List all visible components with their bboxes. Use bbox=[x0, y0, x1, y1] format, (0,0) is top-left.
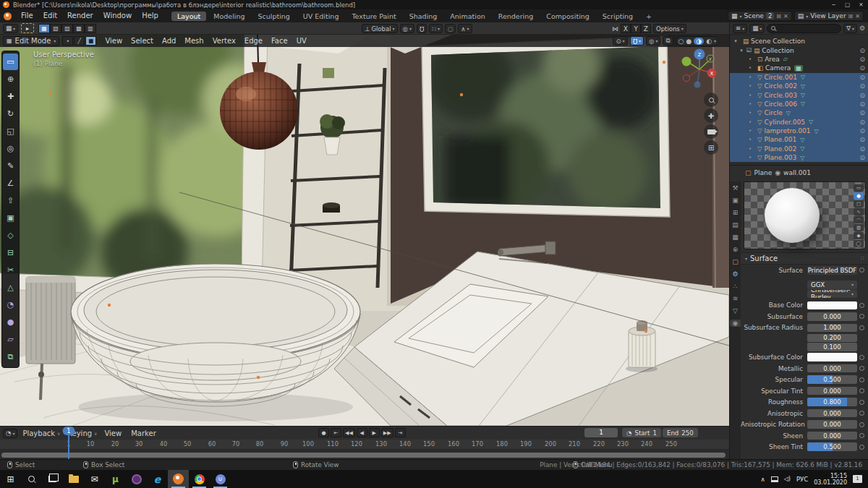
timeline-editor-type-button[interactable]: ◔▾ bbox=[3, 429, 17, 438]
hide-eye-icon[interactable]: ⊙ bbox=[859, 47, 865, 54]
preview-flat-button[interactable]: ▭ bbox=[854, 184, 864, 192]
minimize-button[interactable]: ─ bbox=[827, 1, 841, 8]
preview-hair-button[interactable]: ∿ bbox=[854, 208, 864, 215]
frame-end-field[interactable]: End250 bbox=[663, 428, 698, 437]
tab-texture-paint[interactable]: Texture Paint bbox=[346, 12, 401, 21]
viewport-menu-item[interactable]: Add bbox=[158, 37, 180, 45]
task-view-button[interactable] bbox=[42, 470, 63, 488]
options-dropdown[interactable]: Options▾ bbox=[653, 24, 686, 33]
properties-tab-world[interactable]: ⊕ bbox=[730, 246, 741, 253]
tool-inset-faces[interactable]: ▣ bbox=[3, 210, 18, 226]
current-frame-field[interactable]: 1 bbox=[584, 428, 618, 437]
disclosure-icon[interactable]: • bbox=[747, 110, 753, 116]
zoom-button[interactable] bbox=[704, 93, 718, 107]
tab-compositing[interactable]: Compositing bbox=[540, 12, 595, 21]
viewport-menu-item[interactable]: Select bbox=[127, 37, 158, 45]
outliner-row-plane-001[interactable]: • ▽ Plane.001 ▽ ⊙ bbox=[730, 135, 868, 144]
tool-spin[interactable]: ◔ bbox=[3, 296, 18, 313]
breadcrumb-object[interactable]: Plane bbox=[754, 169, 773, 176]
object-visibility-dropdown[interactable]: ⊙▾ bbox=[613, 36, 627, 46]
select-invert-button[interactable]: ▩ bbox=[73, 24, 85, 33]
properties-tab-tool[interactable]: ⚒ bbox=[730, 184, 741, 192]
edge-select-button[interactable]: ╱ bbox=[74, 36, 85, 46]
properties-tab-scene[interactable]: ▦ bbox=[730, 234, 741, 241]
blender-taskbar-button[interactable] bbox=[168, 470, 189, 488]
outliner-row-area[interactable]: • ⊡ Area ▱ ⊙ bbox=[730, 55, 868, 64]
shader-select-button[interactable]: Principled BSDF bbox=[807, 266, 857, 275]
anisotropic-rotation-slider[interactable]: 0.000 bbox=[807, 420, 857, 429]
tool-cursor[interactable]: ⊕ bbox=[3, 71, 18, 87]
clock[interactable]: 15:15 03.01.2020 bbox=[814, 473, 847, 486]
outliner-search-input[interactable] bbox=[767, 24, 841, 33]
properties-tab-particles[interactable]: ∴ bbox=[730, 283, 741, 290]
outliner-row-cylinder-005[interactable]: • ▽ Cylinder.005 ▽ ⊙ bbox=[730, 118, 868, 127]
hide-eye-icon[interactable]: ⊙ bbox=[859, 82, 865, 90]
outliner-row-lampretro-001[interactable]: • ▽ lampretro.001 ▽ ⊙ bbox=[730, 127, 868, 135]
tool-knife[interactable]: ✂ bbox=[3, 262, 18, 278]
viewport-proportional-dropdown[interactable]: ◎▾ bbox=[646, 36, 660, 46]
search-button[interactable] bbox=[21, 470, 42, 488]
navigation-gizmo[interactable]: Z X Y bbox=[678, 48, 720, 90]
play-button[interactable]: ▶ bbox=[369, 428, 380, 437]
disclosure-icon[interactable]: ▾ bbox=[733, 38, 739, 44]
keyframe-dot[interactable] bbox=[857, 366, 866, 371]
properties-tab-modifiers[interactable]: ⚙ bbox=[730, 270, 741, 278]
hide-eye-icon[interactable]: ⊙ bbox=[859, 145, 865, 153]
timeline-menu-marker[interactable]: Marker bbox=[127, 429, 162, 437]
viewport-menu-item[interactable]: Edge bbox=[240, 37, 267, 45]
tab-modeling[interactable]: Modeling bbox=[208, 12, 250, 21]
disclosure-icon[interactable]: • bbox=[747, 74, 753, 80]
preview-fluid-button[interactable]: ◆ bbox=[854, 232, 864, 239]
editor-type-selector[interactable]: ▦▾ bbox=[3, 24, 18, 33]
utorrent-button[interactable]: µ bbox=[105, 470, 126, 488]
snap-toggle[interactable]: Ω bbox=[417, 24, 427, 33]
hide-eye-icon[interactable]: ⊙ bbox=[859, 64, 865, 72]
viewport-canvas[interactable] bbox=[0, 35, 729, 426]
jump-to-end-button[interactable]: ⇥ bbox=[395, 428, 406, 437]
transform-orientation-dropdown[interactable]: ⊥Global▾ bbox=[362, 24, 398, 33]
tool-shear[interactable]: ▱ bbox=[3, 331, 18, 348]
outliner-row-plane-002[interactable]: • ▽ Plane.002 ▽ ⊙ bbox=[730, 145, 868, 153]
hide-eye-icon[interactable]: ⊙ bbox=[859, 154, 865, 161]
subsurface-radius-z-field[interactable]: 0.100 bbox=[807, 343, 857, 351]
tool-poly-build[interactable]: △ bbox=[3, 279, 18, 296]
hide-eye-icon[interactable]: ⊙ bbox=[859, 127, 865, 134]
mirror-y-toggle[interactable]: Y bbox=[631, 24, 641, 33]
prev-keyframe-button[interactable]: ◀◀ bbox=[343, 428, 355, 437]
auto-keying-button[interactable]: ● bbox=[318, 428, 329, 437]
disclosure-icon[interactable]: • bbox=[747, 155, 753, 160]
play-reverse-button[interactable]: ◀ bbox=[357, 428, 367, 437]
overlays-toggle[interactable]: ⧉ bbox=[663, 36, 673, 46]
proportional-falloff-dropdown[interactable]: ∧▾ bbox=[458, 24, 472, 33]
face-select-button[interactable]: ■ bbox=[85, 36, 96, 46]
playhead[interactable]: 1 bbox=[63, 427, 75, 435]
menu-item[interactable]: Window bbox=[98, 9, 137, 22]
gizmo-x-neg-axis[interactable] bbox=[684, 75, 690, 82]
hide-eye-icon[interactable]: ⊙ bbox=[859, 136, 865, 143]
sheen-tint-slider[interactable]: 0.500 bbox=[807, 442, 857, 451]
pivot-point-dropdown[interactable]: ◎▾ bbox=[400, 24, 414, 33]
wireframe-shading-button[interactable]: ○ bbox=[678, 38, 684, 45]
preview-cube-button[interactable]: ▢ bbox=[854, 200, 864, 207]
collection-checkbox[interactable]: ☑ bbox=[746, 47, 752, 53]
tool-annotate[interactable]: ✎ bbox=[3, 158, 18, 174]
keyframe-dot[interactable] bbox=[857, 303, 866, 308]
keyframe-dot[interactable] bbox=[857, 400, 866, 405]
camera-view-button[interactable] bbox=[704, 124, 718, 139]
timeline-ruler[interactable]: 1102030405060708090100110120130140150160… bbox=[0, 440, 729, 450]
keyframe-dot[interactable] bbox=[857, 445, 866, 450]
specular-slider[interactable]: 0.500 bbox=[807, 375, 857, 384]
unlink-scene-button[interactable]: ✕ bbox=[783, 13, 788, 20]
keyframe-dot[interactable] bbox=[857, 433, 866, 438]
subsurface-slider[interactable]: 0.000 bbox=[807, 312, 857, 321]
tool-transform[interactable]: ◎ bbox=[3, 140, 18, 157]
proportional-editing-toggle[interactable]: ◌ bbox=[445, 24, 456, 33]
disclosure-icon[interactable]: • bbox=[747, 119, 753, 125]
outliner-row-circle-001[interactable]: • ▽ Circle.001 ▽ ⊙ bbox=[730, 73, 868, 82]
discord-button[interactable]: ∪ bbox=[210, 470, 231, 488]
snap-with-dropdown[interactable]: ∷▾ bbox=[429, 24, 442, 33]
anisotropic-slider[interactable]: 0.000 bbox=[807, 409, 857, 418]
base-color-swatch[interactable] bbox=[807, 301, 857, 310]
outliner-filter-button[interactable]: ∇▾ bbox=[843, 24, 857, 33]
disclosure-icon[interactable]: • bbox=[747, 101, 753, 107]
